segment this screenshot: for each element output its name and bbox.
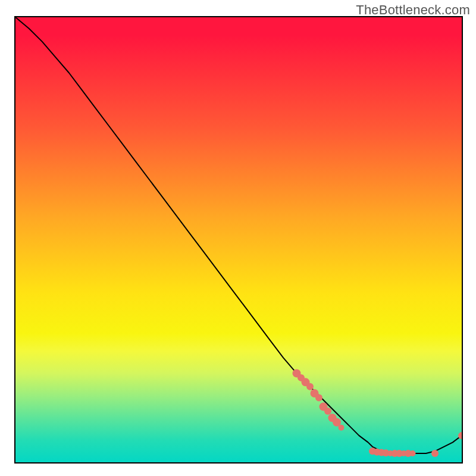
chart-curve	[15, 17, 462, 453]
data-point	[306, 383, 314, 390]
data-point	[324, 408, 331, 415]
watermark-text: TheBottleneck.com	[356, 2, 470, 18]
chart-points	[293, 369, 462, 457]
chart-svg	[15, 17, 462, 462]
data-point	[431, 450, 439, 457]
data-point	[315, 394, 322, 402]
data-point	[339, 425, 345, 431]
data-point	[410, 450, 416, 456]
chart-container: TheBottleneck.com	[0, 0, 476, 476]
plot-area	[14, 16, 463, 464]
